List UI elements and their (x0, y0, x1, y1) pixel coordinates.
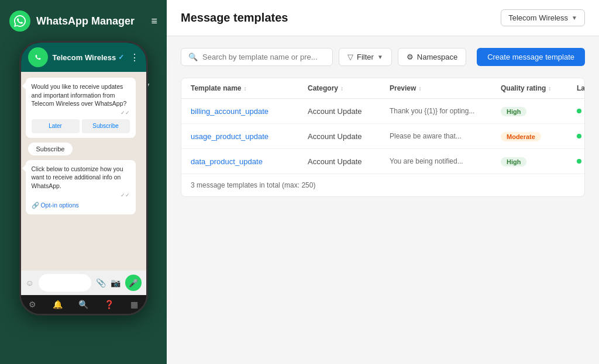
phone-help-icon: ❓ (104, 300, 114, 309)
chat-text-2: Click below to customize how you want to… (32, 165, 130, 190)
table-count: 3 message templates in total (max: 250) (191, 181, 315, 189)
right-panel: Message templates Telecom Wireless ▼ 🔍 ▽… (167, 0, 599, 364)
phone-header: Telecom Wireless ✓ ⋮ (21, 43, 146, 72)
lang-dot-3a (577, 159, 581, 164)
table-header: Template name ↕ Category ↕ Preview ↕ Qua… (181, 78, 584, 99)
right-content: 🔍 ▽ Filter ▼ ⚙ Namespace Create message … (167, 36, 599, 364)
quality-badge-1: High (501, 107, 526, 116)
page-title: Message templates (181, 11, 288, 25)
search-icon: 🔍 (188, 53, 198, 61)
chat-actions-1: Later Subscribe (32, 119, 130, 133)
preview-2: Please be aware that... (390, 132, 501, 140)
lang-dot-1a (577, 109, 581, 113)
phone-mockup: Telecom Wireless ✓ ⋮ Would you like to r… (19, 41, 148, 316)
contact-name: Telecom Wireless ✓ (53, 53, 125, 62)
table-row: billing_account_update Account Update Th… (181, 99, 584, 124)
left-panel: WhatsApp Manager ≡ ▼ Telecom Wireless ✓ (0, 0, 167, 364)
th-template-name: Template name ↕ (191, 84, 308, 92)
namespace-button[interactable]: ⚙ Namespace (398, 48, 466, 66)
template-name-2[interactable]: usage_product_update (191, 131, 308, 141)
quality-1: High (501, 106, 577, 116)
filter-arrow: ▼ (377, 54, 383, 60)
later-btn[interactable]: Later (32, 119, 80, 133)
phone-menu-dots[interactable]: ⋮ (130, 52, 139, 63)
phone-bottom-bar: ⚙ 🔔 🔍 ❓ ▦ (21, 295, 146, 314)
mic-btn[interactable]: 🎤 (125, 275, 142, 291)
preview-1: Thank you {(1)} for opting... (390, 107, 501, 115)
quality-badge-3: High (501, 157, 526, 167)
languages-2: English (US) Portuguese (BR) (577, 133, 585, 140)
sort-icon-3[interactable]: ↕ (548, 85, 551, 92)
phone-search-icon: 🔍 (78, 300, 88, 309)
chat-time-2: ✓✓ (32, 192, 130, 199)
gear-icon: ⚙ (407, 53, 414, 61)
sort-icon-1[interactable]: ↕ (340, 85, 343, 92)
th-preview: Preview ↕ (390, 84, 501, 92)
category-2: Account Update (308, 132, 390, 141)
filter-label: Filter (357, 53, 374, 61)
subscribe-btn[interactable]: Subscribe (82, 119, 130, 133)
contact-info: Telecom Wireless ✓ (53, 53, 125, 62)
attach-icon[interactable]: 📎 (96, 278, 106, 287)
phone-body: Would you like to receive updates and im… (21, 72, 146, 271)
search-box[interactable]: 🔍 (181, 48, 333, 66)
namespace-label: Namespace (417, 53, 457, 61)
th-quality: Quality rating ↕ (501, 84, 577, 92)
quality-2: Moderate (501, 131, 577, 141)
toolbar: 🔍 ▽ Filter ▼ ⚙ Namespace Create message … (181, 48, 585, 66)
quality-badge-2: Moderate (501, 132, 541, 141)
chat-bubble-2: Click below to customize how you want to… (26, 160, 136, 214)
filter-icon: ▽ (347, 53, 353, 61)
subscribe-label: Subscribe (28, 143, 73, 155)
opt-in-link[interactable]: 🔗 Opt-in options (32, 201, 130, 210)
search-input[interactable] (202, 53, 325, 61)
table-row: data_product_update Account Update You a… (181, 149, 584, 174)
chat-time-1: ✓✓ (32, 109, 130, 117)
account-selector[interactable]: Telecom Wireless ▼ (501, 9, 585, 26)
chat-input[interactable] (39, 274, 91, 292)
languages-3: English Portuguese (BR) (577, 158, 585, 165)
camera-icon[interactable]: 📷 (111, 278, 121, 287)
phone-container: ▼ Telecom Wireless ✓ ⋮ (19, 41, 148, 316)
filter-button[interactable]: ▽ Filter ▼ (339, 48, 392, 66)
phone-settings-icon: ⚙ (29, 300, 36, 309)
th-category: Category ↕ (308, 84, 390, 92)
app-title: WhatsApp Manager (36, 15, 135, 27)
account-arrow: ▼ (572, 15, 577, 21)
emoji-icon[interactable]: ☺ (26, 278, 34, 287)
preview-3: You are being notified... (390, 157, 501, 165)
chat-bubble-1: Would you like to receive updates and im… (26, 78, 136, 138)
phone-grid-icon: ▦ (130, 300, 138, 309)
app-logo (9, 11, 30, 32)
table-row: usage_product_update Account Update Plea… (181, 124, 584, 149)
app-header: WhatsApp Manager ≡ (0, 6, 167, 36)
verified-icon: ✓ (118, 53, 124, 61)
template-name-1[interactable]: billing_account_update (191, 106, 308, 116)
sort-icon-2[interactable]: ↕ (418, 85, 421, 92)
th-languages: Languages (577, 84, 585, 92)
sort-icon-0[interactable]: ↕ (243, 85, 246, 92)
category-3: Account Update (308, 157, 390, 166)
lang-dot-2a (577, 134, 581, 138)
phone-footer: ☺ 📎 📷 🎤 (21, 271, 146, 295)
chat-text-1: Would you like to receive updates and im… (32, 82, 130, 108)
template-name-3[interactable]: data_product_update (191, 156, 308, 167)
phone-notif-icon: 🔔 (53, 300, 63, 309)
create-template-button[interactable]: Create message template (477, 48, 585, 66)
category-1: Account Update (308, 107, 390, 116)
languages-1: English Portuguese (BR) (577, 108, 585, 115)
templates-table: Template name ↕ Category ↕ Preview ↕ Qua… (181, 78, 585, 197)
menu-icon[interactable]: ≡ (151, 15, 157, 27)
account-name: Telecom Wireless (508, 13, 568, 22)
right-header: Message templates Telecom Wireless ▼ (167, 0, 599, 36)
contact-avatar (28, 47, 48, 67)
table-footer: 3 message templates in total (max: 250) (181, 174, 584, 196)
quality-3: High (501, 156, 577, 167)
